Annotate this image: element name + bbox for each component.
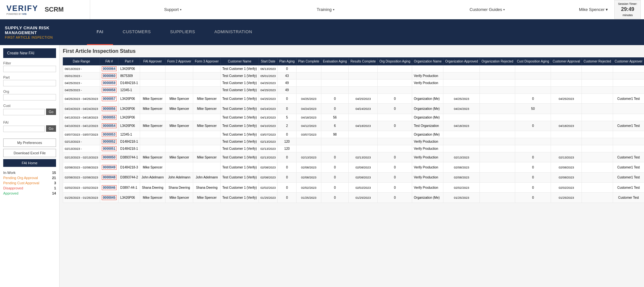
table-cell: 02/08/2023 (551, 172, 582, 182)
table-cell: 50 (515, 104, 551, 114)
nav-administration[interactable]: ADMINISTRATION (205, 19, 262, 45)
table-cell: 0 (515, 94, 551, 104)
fai-number-link[interactable]: 0000048 (102, 175, 117, 180)
cust-label: Cust (3, 104, 56, 108)
table-cell: Test Customer 1 (Verify) (221, 193, 259, 203)
table-cell (582, 87, 613, 94)
table-cell: 04/18/2023 (443, 121, 480, 131)
table-cell: Organization (Me) (412, 193, 443, 203)
fai-number-link[interactable]: 0000057 (102, 96, 117, 101)
fai-number-link[interactable]: 0000059 (102, 81, 117, 85)
nav-training[interactable]: Training ▾ (317, 7, 334, 12)
table-cell: 0 (378, 193, 412, 203)
my-preferences-button[interactable]: My Preferences (3, 139, 56, 147)
table-cell: Customer1 Test (613, 121, 644, 131)
fai-filter-input[interactable] (3, 126, 45, 132)
filter-filter-input[interactable] (3, 66, 56, 72)
table-cell: Mike Spencer (140, 193, 166, 203)
fai-number-link[interactable]: 0000046 (102, 185, 117, 190)
fai-number-link[interactable]: 0000050 (102, 155, 117, 160)
create-new-fai-button[interactable]: Create New FAI (3, 48, 56, 58)
table-cell: 0 (378, 121, 412, 131)
nav-support[interactable]: Support ▾ (164, 7, 182, 12)
cust-go-button[interactable]: Go (46, 109, 56, 115)
part-filter-input[interactable] (3, 80, 56, 86)
col-form2-approver: Form 2 Approver (166, 58, 193, 65)
fai-label: FAI (3, 120, 56, 124)
col-results-complete: Results Complete (349, 58, 378, 65)
status-pending-org: Pending Org Approval 21 (3, 175, 56, 180)
fai-number-link[interactable]: 0000054 (102, 123, 117, 128)
table-cell: 43 (278, 72, 297, 80)
table-cell (480, 72, 515, 80)
table-cell: 01/25/2023 (443, 193, 480, 203)
table-cell: Test Customer 1 (Verify) (221, 80, 259, 87)
table-cell: 03/07/2023 (297, 131, 321, 138)
fai-number-link[interactable]: 0000064 (102, 66, 117, 71)
fai-number-link[interactable]: 0000060 (102, 73, 117, 78)
nav-customer-guides[interactable]: Customer Guides ▾ (469, 7, 505, 12)
table-cell: 0 (378, 94, 412, 104)
logo-scrm: SCRM (45, 6, 64, 13)
table-row: 02/02/2023 - 02/02/20230000046D3897-44-1… (63, 183, 644, 193)
table-cell (443, 80, 480, 87)
fai-number-link[interactable]: 0000053 (102, 132, 117, 137)
table-cell: Customer1 Test (613, 172, 644, 182)
table-cell: 02/13/2023 (259, 152, 278, 162)
fai-number-link[interactable]: 0000049 (102, 165, 117, 170)
table-cell: Mike Spencer (166, 94, 193, 104)
table-cell: 04/24/2023 - 04/24/2023 (63, 104, 100, 114)
download-excel-button[interactable]: Download Excel File (3, 149, 56, 157)
cust-filter-section: Cust Go (3, 102, 56, 115)
table-cell: 0 (321, 152, 349, 162)
fai-number-link[interactable]: 0000045 (102, 195, 117, 200)
table-cell: 04/10/2023 - 04/12/2023 (63, 121, 100, 131)
table-cell (166, 114, 193, 121)
org-filter-input[interactable] (3, 94, 56, 100)
content-area: Create New FAI Filter Part Org Cust Go F… (0, 45, 644, 287)
fai-number-link[interactable]: 0000058 (102, 88, 117, 92)
table-cell (613, 138, 644, 145)
table-row: 01/25/2023 - 01/25/20230000045L3426P06Mi… (63, 193, 644, 203)
table-cell (551, 87, 582, 94)
table-cell (378, 138, 412, 145)
fai-number-link[interactable]: 0000055 (102, 115, 117, 120)
table-cell (443, 72, 480, 80)
fai-number-link[interactable]: 0000052 (102, 139, 117, 144)
table-cell (515, 80, 551, 87)
nav-suppliers[interactable]: SUPPLIERS (160, 19, 204, 45)
table-cell: 05/01/2023 - (63, 72, 100, 80)
table-cell: 0 (515, 193, 551, 203)
org-label: Org (3, 90, 56, 93)
table-cell: 04/24/2023 (443, 104, 480, 114)
fai-home-button[interactable]: FAI Home (3, 159, 56, 167)
table-cell (193, 114, 220, 121)
table-row: 04/13/2023 - 04/18/20230000055L3426P06Te… (63, 114, 644, 121)
table-row: 06/13/2023 -0000064L3426P06Test Customer… (63, 65, 644, 72)
status-inwork: In-Work 15 (3, 170, 56, 175)
table-cell (140, 72, 166, 80)
table-cell: 0 (515, 172, 551, 182)
table-cell: Mike Spencer (140, 152, 166, 162)
table-cell (378, 72, 412, 80)
fai-go-button[interactable]: Go (46, 125, 56, 132)
table-cell (480, 104, 515, 114)
table-cell: 12345-1 (118, 131, 140, 138)
table-cell (480, 162, 515, 172)
fai-number-link[interactable]: 0000056 (102, 106, 117, 111)
table-cell: Mike Spencer (166, 104, 193, 114)
nav-customers[interactable]: CUSTOMERS (113, 19, 160, 45)
table-cell (140, 65, 166, 72)
nav-fai[interactable]: FAI (87, 19, 113, 45)
user-menu[interactable]: Mike Spencer ▾ (579, 7, 608, 12)
logo-area: VERIFY POWERED BY IVIS SCRM (3, 0, 90, 19)
table-cell (443, 87, 480, 94)
table-cell: D1484218-3 (118, 162, 140, 172)
table-cell (140, 131, 166, 138)
table-cell (349, 145, 378, 152)
fai-number-link[interactable]: 0000051 (102, 146, 117, 151)
table-cell (321, 65, 349, 72)
cust-filter-input[interactable] (3, 109, 45, 115)
table-cell: John Adelmann (140, 172, 166, 182)
col-date-range: Date Range (63, 58, 100, 65)
